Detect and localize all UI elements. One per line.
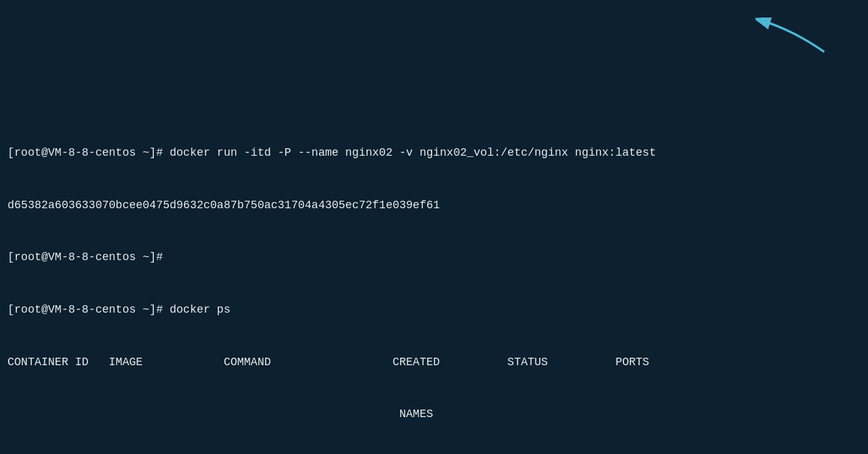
arrow-top-right-icon <box>755 18 830 55</box>
line-2: d65382a603633070bcee0475d9632c0a87b750ac… <box>8 197 860 214</box>
line-1: [root@VM-8-8-centos ~]# docker run -itd … <box>8 144 860 162</box>
terminal-window: [root@VM-8-8-centos ~]# docker run -itd … <box>0 0 868 454</box>
line-3: [root@VM-8-8-centos ~]# <box>8 249 860 266</box>
line-5: CONTAINER ID IMAGE COMMAND CREATED STATU… <box>8 354 860 371</box>
line-4: [root@VM-8-8-centos ~]# docker ps <box>8 301 860 319</box>
line-6: NAMES <box>8 406 860 423</box>
